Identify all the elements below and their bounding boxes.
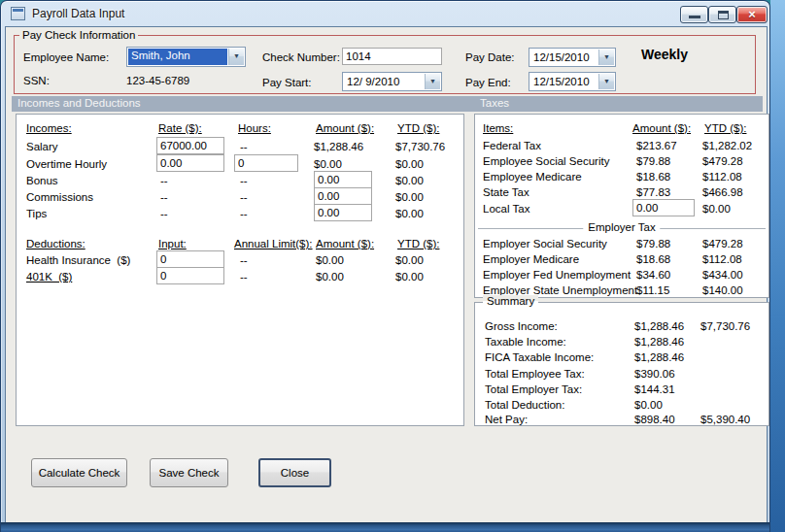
summary-row-label: Gross Income: (485, 319, 558, 333)
pay-end-select[interactable]: 12/15/2010 ▼ (529, 72, 616, 91)
maximize-button[interactable] (708, 6, 736, 23)
tips-hours-value: -- (240, 207, 248, 220)
salary-ytd-value: $7,730.76 (395, 140, 445, 153)
client-area: Pay Check Information Employee Name: Smi… (5, 26, 768, 523)
rate-col-header: Rate ($): (158, 121, 202, 135)
ssn-value: 123-45-6789 (126, 74, 189, 87)
calculate-check-button[interactable]: Calculate Check (31, 458, 127, 487)
salary-hours-value: -- (240, 140, 248, 153)
tips-amount-input[interactable] (314, 204, 372, 221)
tax-row-ytd: $112.08 (702, 252, 742, 266)
summary-row-label: Total Deduction: (485, 398, 564, 412)
deduction-401k-link[interactable]: 401K ($) (26, 270, 72, 283)
bonus-hours-value: -- (240, 174, 248, 187)
summary-row-amount: $144.31 (634, 382, 675, 396)
tax-row-label: Employee Medicare (483, 170, 582, 183)
tax-row-amount: $213.67 (636, 139, 677, 152)
overtime-amount-value: $0.00 (314, 157, 342, 171)
titlebar[interactable]: Payroll Data Input × (1, 1, 769, 26)
pay-date-label: Pay Date: (465, 50, 515, 64)
close-window-button[interactable]: × (736, 6, 768, 23)
window-title: Payroll Data Input (32, 7, 124, 20)
k401-ytd-value: $0.00 (395, 270, 424, 283)
maximize-icon (718, 11, 729, 19)
tax-row-label: Employer Fed Unemployment (483, 268, 631, 282)
check-number-input[interactable] (342, 48, 442, 65)
commissions-hours-value: -- (240, 190, 248, 204)
pay-end-label: Pay End: (465, 76, 511, 89)
tax-row-amount: $77.83 (636, 185, 670, 199)
minimize-icon (689, 16, 700, 18)
pay-date-value: 12/15/2010 (533, 51, 590, 63)
pay-date-select[interactable]: 12/15/2010 ▼ (529, 48, 616, 67)
tax-row-label: Employee Social Security (483, 154, 609, 168)
tax-row-amount: $79.88 (636, 237, 670, 250)
income-row-label: Bonus (26, 174, 58, 187)
close-button[interactable]: Close (258, 458, 331, 487)
health-insurance-input[interactable] (156, 250, 224, 268)
commissions-amount-input[interactable] (314, 187, 372, 205)
tax-row-label: Local Tax (483, 202, 529, 216)
bonus-ytd-value: $0.00 (395, 174, 424, 187)
input-col-header: Input: (158, 237, 187, 250)
pay-end-dropdown-icon[interactable]: ▼ (598, 74, 614, 89)
overtime-hours-input[interactable] (234, 154, 298, 172)
summary-row-amount: $1,288.46 (634, 350, 684, 364)
tax-row-ytd: $140.00 (702, 283, 743, 297)
overtime-rate-input[interactable] (156, 154, 224, 172)
amount-col-header: Amount ($): (316, 121, 374, 135)
bonus-rate-value: -- (160, 174, 168, 187)
payroll-window: Payroll Data Input × Pay Check Informati… (0, 0, 770, 532)
summary-row-ytd: $5,390.40 (700, 413, 750, 426)
health-insurance-amount-value: $0.00 (316, 253, 344, 267)
tax-row-label: Employer Medicare (483, 252, 579, 266)
health-insurance-ytd-value: $0.00 (395, 253, 424, 267)
salary-amount-value: $1,288.46 (314, 140, 363, 153)
pay-start-select[interactable]: 12/ 9/2010 ▼ (342, 72, 442, 91)
pay-start-label: Pay Start: (262, 76, 312, 89)
commissions-rate-value: -- (160, 190, 168, 204)
app-icon (11, 7, 25, 20)
local-tax-input[interactable] (632, 199, 695, 216)
tips-ytd-value: $0.00 (395, 207, 424, 220)
k401-input[interactable] (156, 267, 224, 284)
deduction-amount-col-header: Amount ($): (316, 237, 374, 250)
taxes-panel: Items: Amount ($): YTD ($): Federal Tax … (474, 114, 769, 298)
summary-row-ytd: $7,730.76 (700, 319, 750, 333)
desktop-background (770, 0, 785, 532)
deductions-col-header: Deductions: (26, 237, 85, 250)
summary-group-label: Summary (483, 295, 538, 307)
income-row-label: Tips (26, 207, 47, 220)
taxes-band-label: Taxes (480, 97, 509, 109)
k401-amount-value: $0.00 (316, 270, 344, 283)
income-row-label: Salary (26, 140, 58, 153)
tax-row-ytd: $1,282.02 (702, 139, 752, 152)
summary-row-label: Total Employee Tax: (485, 367, 585, 381)
summary-row-amount: $1,288.46 (634, 319, 684, 333)
employee-name-dropdown-icon[interactable]: ▼ (228, 49, 244, 65)
employee-name-label: Employee Name: (23, 50, 109, 64)
window-bottom-frame (1, 522, 769, 532)
deduction-ytd-col-header: YTD ($): (397, 237, 439, 250)
check-number-label: Check Number: (262, 50, 340, 64)
summary-row-label: Net Pay: (485, 413, 528, 426)
deduction-row-label: Health Insurance ($) (26, 253, 130, 267)
bonus-amount-input[interactable] (314, 171, 372, 188)
tax-row-label: Employer Social Security (483, 237, 607, 250)
summary-row-label: Total Employer Tax: (485, 382, 582, 396)
incomes-col-header: Incomes: (26, 121, 72, 135)
pay-date-dropdown-icon[interactable]: ▼ (598, 50, 614, 65)
tax-row-amount: $79.88 (636, 154, 670, 168)
tax-row-ytd: $434.00 (702, 268, 743, 282)
employee-name-select[interactable]: Smith, John ▼ (126, 47, 246, 67)
incomes-band-label: Incomes and Deductions (17, 97, 141, 109)
ytd-col-header: YTD ($): (397, 121, 439, 135)
minimize-button[interactable] (680, 6, 708, 23)
summary-row-label: Taxable Income: (485, 335, 566, 349)
pay-start-dropdown-icon[interactable]: ▼ (425, 74, 440, 89)
summary-row-amount: $1,288.46 (634, 335, 684, 349)
tax-ytd-col-header: YTD ($): (704, 121, 746, 135)
save-check-button[interactable]: Save Check (150, 458, 228, 487)
salary-rate-input[interactable] (156, 137, 224, 154)
annual-limit-col-header: Annual Limit($): (234, 237, 313, 250)
